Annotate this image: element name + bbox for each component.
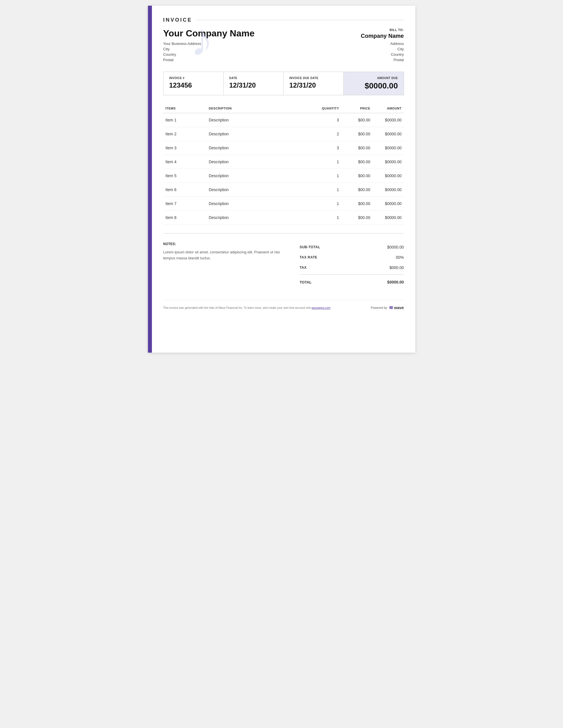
item-description: Description bbox=[206, 197, 308, 211]
due-date-cell: INVOICE DUE DATE 12/31/20 bbox=[284, 72, 344, 95]
bill-city: City bbox=[347, 47, 404, 51]
item-quantity: 3 bbox=[308, 141, 341, 155]
item-quantity: 1 bbox=[308, 183, 341, 197]
footer-text: This invoice was generated with the help… bbox=[163, 306, 331, 309]
company-country: Country bbox=[163, 52, 347, 57]
tax-row: TAX $000.00 bbox=[300, 262, 404, 273]
wave-logo: ≋ wave bbox=[389, 305, 404, 311]
table-row: Item 2 Description 2 $00.00 $0000.00 bbox=[163, 127, 404, 141]
bill-address: Address bbox=[347, 42, 404, 46]
item-price: $00.00 bbox=[342, 155, 373, 169]
invoice-title-row: INVOICE bbox=[163, 17, 404, 23]
company-info: Your Company Name Your Business Address … bbox=[163, 28, 347, 63]
item-quantity: 1 bbox=[308, 197, 341, 211]
tax-rate-row: TAX RATE 00% bbox=[300, 252, 404, 262]
col-header-quantity: QUANTITY bbox=[308, 104, 341, 113]
item-amount: $0000.00 bbox=[373, 197, 404, 211]
company-name: Your Company Name bbox=[163, 28, 347, 39]
powered-by-section: Powered by ≋ wave bbox=[371, 305, 404, 311]
item-description: Description bbox=[206, 127, 308, 141]
item-price: $00.00 bbox=[342, 183, 373, 197]
table-row: Item 3 Description 3 $00.00 $0000.00 bbox=[163, 141, 404, 155]
total-label: TOTAL bbox=[300, 280, 312, 284]
col-header-description: DESCRIPTION bbox=[206, 104, 308, 113]
invoice-meta-bar: INVOICE # 123456 DATE 12/31/20 INVOICE D… bbox=[163, 72, 404, 95]
item-amount: $0000.00 bbox=[373, 113, 404, 127]
item-name: Item 3 bbox=[163, 141, 206, 155]
item-name: Item 6 bbox=[163, 183, 206, 197]
totals-column: SUB-TOTAL $0000.00 TAX RATE 00% TAX $000… bbox=[300, 242, 404, 286]
waveapps-link[interactable]: waveapps.com bbox=[312, 306, 331, 309]
table-row: Item 4 Description 1 $00.00 $0000.00 bbox=[163, 155, 404, 169]
bill-to-label: BILL TO: bbox=[347, 28, 404, 32]
item-name: Item 8 bbox=[163, 211, 206, 225]
item-amount: $0000.00 bbox=[373, 183, 404, 197]
due-date-label: INVOICE DUE DATE bbox=[289, 76, 338, 80]
invoice-title: INVOICE bbox=[163, 17, 192, 23]
item-name: Item 5 bbox=[163, 169, 206, 183]
notes-text: Lorem ipsum dolor sit amet, consectetur … bbox=[163, 249, 289, 261]
item-amount: $0000.00 bbox=[373, 141, 404, 155]
item-amount: $0000.00 bbox=[373, 169, 404, 183]
item-amount: $0000.00 bbox=[373, 155, 404, 169]
invoice-number-cell: INVOICE # 123456 bbox=[163, 72, 223, 95]
item-quantity: 1 bbox=[308, 155, 341, 169]
accent-bar bbox=[148, 6, 152, 353]
item-description: Description bbox=[206, 113, 308, 127]
amount-due-value: $0000.00 bbox=[349, 81, 398, 90]
company-postal: Postal bbox=[163, 58, 347, 62]
amount-due-cell: AMOUNT DUE $0000.00 bbox=[344, 72, 403, 95]
date-label: DATE bbox=[229, 76, 277, 80]
items-table: ITEMS DESCRIPTION QUANTITY PRICE AMOUNT … bbox=[163, 104, 404, 225]
item-name: Item 7 bbox=[163, 197, 206, 211]
subtotal-row: SUB-TOTAL $0000.00 bbox=[300, 242, 404, 252]
total-row: TOTAL $0000.00 bbox=[300, 276, 404, 286]
tax-label: TAX bbox=[300, 266, 307, 270]
item-price: $00.00 bbox=[342, 197, 373, 211]
col-header-amount: AMOUNT bbox=[373, 104, 404, 113]
due-date-value: 12/31/20 bbox=[289, 81, 338, 89]
item-price: $00.00 bbox=[342, 127, 373, 141]
item-description: Description bbox=[206, 155, 308, 169]
item-name: Item 4 bbox=[163, 155, 206, 169]
table-row: Item 6 Description 1 $00.00 $0000.00 bbox=[163, 183, 404, 197]
item-price: $00.00 bbox=[342, 169, 373, 183]
footer-text-content: This invoice was generated with the help… bbox=[163, 306, 312, 309]
notes-column: NOTES: Lorem ipsum dolor sit amet, conse… bbox=[163, 242, 289, 286]
item-price: $00.00 bbox=[342, 113, 373, 127]
tax-value: $000.00 bbox=[390, 265, 404, 270]
date-value: 12/31/20 bbox=[229, 81, 277, 89]
tax-rate-value: 00% bbox=[396, 255, 404, 260]
date-cell: DATE 12/31/20 bbox=[223, 72, 284, 95]
item-description: Description bbox=[206, 211, 308, 225]
bottom-footer: This invoice was generated with the help… bbox=[163, 300, 404, 314]
amount-due-label: AMOUNT DUE bbox=[349, 76, 398, 80]
bill-country: Country bbox=[347, 52, 404, 57]
invoice-number-label: INVOICE # bbox=[169, 76, 218, 80]
table-row: Item 7 Description 1 $00.00 $0000.00 bbox=[163, 197, 404, 211]
invoice-page: INVOICE ♪ Your Company Name Your Busines… bbox=[148, 6, 415, 353]
item-quantity: 3 bbox=[308, 113, 341, 127]
company-city: City bbox=[163, 47, 347, 51]
item-name: Item 1 bbox=[163, 113, 206, 127]
wave-icon: ≋ bbox=[389, 305, 393, 311]
totals-divider bbox=[300, 274, 404, 275]
invoice-number-value: 123456 bbox=[169, 81, 218, 89]
subtotal-value: $0000.00 bbox=[387, 245, 404, 249]
item-price: $00.00 bbox=[342, 141, 373, 155]
powered-by-label: Powered by bbox=[371, 306, 387, 309]
item-quantity: 1 bbox=[308, 169, 341, 183]
table-row: Item 1 Description 3 $00.00 $0000.00 bbox=[163, 113, 404, 127]
header-section: Your Company Name Your Business Address … bbox=[163, 28, 404, 63]
company-address: Your Business Address bbox=[163, 42, 347, 46]
col-header-items: ITEMS bbox=[163, 104, 206, 113]
item-amount: $0000.00 bbox=[373, 211, 404, 225]
total-value: $0000.00 bbox=[387, 280, 404, 284]
item-description: Description bbox=[206, 169, 308, 183]
bill-to-section: BILL TO: Company Name Address City Count… bbox=[347, 28, 404, 63]
bill-company-name: Company Name bbox=[347, 33, 404, 39]
item-amount: $0000.00 bbox=[373, 127, 404, 141]
subtotal-label: SUB-TOTAL bbox=[300, 245, 320, 249]
footer-section: NOTES: Lorem ipsum dolor sit amet, conse… bbox=[163, 233, 404, 291]
item-description: Description bbox=[206, 141, 308, 155]
